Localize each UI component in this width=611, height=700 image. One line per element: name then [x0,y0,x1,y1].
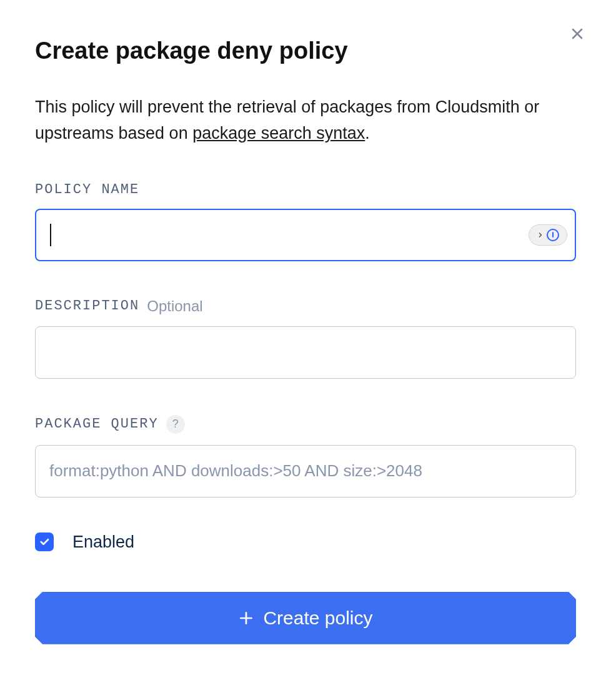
dialog-title: Create package deny policy [35,38,576,64]
plus-icon [238,610,254,626]
create-policy-button[interactable]: Create policy [35,592,576,644]
create-policy-button-label: Create policy [263,608,372,629]
close-icon [570,26,585,41]
password-manager-badge[interactable] [529,224,567,246]
package-query-label: PACKAGE QUERY ? [35,415,576,434]
description-suffix: . [365,124,370,142]
package-query-input-wrap [35,445,576,498]
help-icon[interactable]: ? [166,415,185,434]
enabled-label: Enabled [72,532,134,552]
close-button[interactable] [569,25,586,42]
policy-name-input[interactable] [35,209,576,261]
check-icon [39,536,50,548]
policy-name-input-wrap [35,209,576,261]
text-caret [50,224,51,246]
description-input-wrap [35,326,576,379]
description-input[interactable] [35,326,576,379]
package-query-label-text: PACKAGE QUERY [35,416,159,432]
enabled-row: Enabled [35,532,576,552]
enabled-checkbox[interactable] [35,532,54,551]
onepassword-icon [547,229,559,241]
description-optional-hint: Optional [147,298,202,315]
policy-name-label: POLICY NAME [35,182,576,198]
description-label-text: DESCRIPTION [35,298,139,314]
description-label: DESCRIPTION Optional [35,298,576,315]
package-query-input[interactable] [35,445,576,498]
package-search-syntax-link[interactable]: package search syntax [192,124,365,142]
chevron-right-icon [537,231,544,239]
dialog-description: This policy will prevent the retrieval o… [35,94,576,147]
